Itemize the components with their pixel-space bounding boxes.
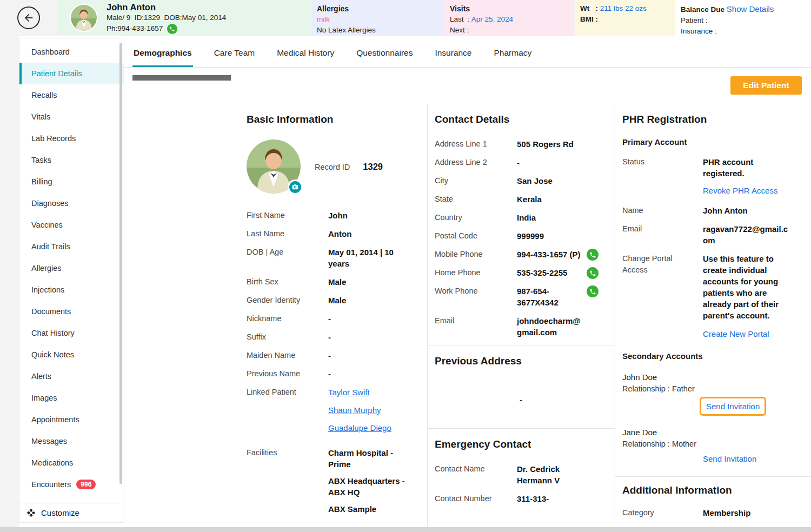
- phr-registration-title: PHR Registration: [622, 114, 803, 125]
- record-id-value: 1329: [363, 162, 383, 172]
- main-content: Demographics Care Team Medical History Q…: [124, 36, 811, 527]
- patient-demographics: Male/ 9 ID:1329 DOB:May 01, 2014: [107, 12, 226, 23]
- sidebar-item-patient-details[interactable]: Patient Details: [19, 63, 124, 84]
- contact-details-panel: Contact Details Address Line 1505 Rogers…: [427, 104, 615, 527]
- basic-information-panel: Basic Information: [240, 104, 427, 527]
- sidebar-item-dashboard[interactable]: Dashboard: [19, 41, 124, 63]
- visits-summary-card: Visits Last : Apr 25, 2024 Next :: [444, 0, 574, 36]
- phone-icon[interactable]: [587, 249, 599, 261]
- sidebar-item-vitals[interactable]: Vitals: [19, 106, 124, 128]
- back-zone: [0, 0, 57, 36]
- category-row: Category Membership: [622, 507, 803, 518]
- allergies-summary-card: Allergies milk No Latex Allergies: [311, 0, 444, 36]
- patient-photo: [247, 139, 301, 194]
- sidebar-item-recalls[interactable]: Recalls: [19, 84, 124, 106]
- section-divider: [428, 428, 615, 429]
- balance-patient-label: Patient :: [681, 15, 806, 26]
- bmi-label: BMI :: [580, 14, 669, 25]
- weight-value[interactable]: 211 lbs 22 ozs: [600, 4, 647, 12]
- balance-insurance-label: Insurance :: [681, 26, 806, 36]
- revoke-phr-access-link[interactable]: Revoke PHR Access: [703, 185, 803, 196]
- field-row: Contact Number311-313-: [435, 493, 607, 504]
- patient-summary-card: John Anton Male/ 9 ID:1329 DOB:May 01, 2…: [58, 0, 311, 36]
- sidebar-item-injections[interactable]: Injections: [19, 279, 124, 301]
- field-row: Maiden Name-: [247, 350, 420, 361]
- create-new-portal-link[interactable]: Create New Portal: [703, 328, 803, 340]
- sidebar-item-encounters[interactable]: Encounters996: [19, 474, 124, 495]
- sidebar-item-appointments[interactable]: Appointments: [19, 409, 124, 430]
- previous-address-value: -: [435, 395, 607, 404]
- window-bottom-edge: [0, 527, 811, 532]
- sidebar-item-images[interactable]: Images: [19, 387, 124, 409]
- previous-address-title: Previous Address: [435, 355, 607, 367]
- sidebar-item-alerts[interactable]: Alerts: [19, 365, 124, 387]
- left-gutter: [0, 36, 19, 532]
- facility-item: Charm Hospital - Prime: [328, 447, 409, 470]
- vitals-summary-card: Wt : 211 lbs 22 ozs BMI :: [575, 0, 675, 36]
- linked-patient-link[interactable]: Shaun Murphy: [328, 404, 409, 416]
- field-row: Previous Name-: [247, 368, 420, 380]
- sidebar-item-lab-records[interactable]: Lab Records: [19, 128, 124, 149]
- allergy-item: milk: [317, 14, 438, 25]
- sidebar-item-chat-history[interactable]: Chat History: [19, 322, 124, 344]
- allergies-title: Allergies: [317, 3, 438, 14]
- edit-patient-button[interactable]: Edit Patient: [730, 76, 802, 95]
- additional-information-title: Additional Information: [622, 484, 803, 496]
- secondary-accounts-heading: Secondary Accounts: [622, 351, 803, 361]
- sidebar-item-billing[interactable]: Billing: [19, 171, 124, 192]
- linked-patient-link[interactable]: Guadalupe Diego: [328, 422, 409, 434]
- field-row: DOB | AgeMay 01, 2014 | 10 years: [247, 247, 420, 269]
- field-row: First NameJohn: [247, 210, 420, 221]
- linked-patient-link[interactable]: Taylor Swift: [328, 387, 409, 398]
- change-portal-row: Change Portal Access Use this feature to…: [622, 253, 803, 321]
- sidebar-item-messages[interactable]: Messages: [19, 430, 124, 452]
- send-invitation-link[interactable]: Send Invitation: [706, 402, 760, 411]
- record-id-label: Record ID: [315, 163, 350, 171]
- phr-registration-panel: PHR Registration Primary Account Status …: [615, 104, 811, 527]
- home-phone-row: Home Phone 535-325-2255: [435, 267, 607, 278]
- field-row: Gender IdentityMale: [247, 295, 420, 306]
- customize-button[interactable]: Customize: [19, 503, 124, 522]
- secondary-account: John Doe Relationship : Father Send Invi…: [622, 371, 803, 416]
- back-button[interactable]: [17, 6, 40, 29]
- sidebar-item-medications[interactable]: Medications: [19, 452, 124, 474]
- sidebar-item-quick-notes[interactable]: Quick Notes: [19, 344, 124, 365]
- patient-summary-header: John Anton Male/ 9 ID:1329 DOB:May 01, 2…: [0, 0, 811, 36]
- phone-icon[interactable]: [587, 285, 599, 297]
- tab-medical-history[interactable]: Medical History: [276, 48, 335, 67]
- phr-name-row: Name John Anton: [622, 205, 803, 216]
- facility-item: ABX Sample: [328, 503, 409, 515]
- phone-icon[interactable]: [167, 24, 177, 34]
- last-visit-date[interactable]: Apr 25, 2024: [471, 15, 513, 23]
- sidebar-scrollbar-thumb[interactable]: [119, 43, 122, 484]
- mobile-phone-row: Mobile Phone 994-433-1657 (P): [435, 249, 607, 260]
- sidebar-item-documents[interactable]: Documents: [19, 301, 124, 322]
- field-row: Nickname-: [247, 313, 420, 324]
- tab-bar: Demographics Care Team Medical History Q…: [124, 36, 811, 68]
- send-invitation-link[interactable]: Send Invitation: [703, 453, 756, 464]
- sidebar: Dashboard Patient Details Recalls Vitals…: [19, 38, 124, 523]
- facilities-row: Facilities Charm Hospital - Prime ABX He…: [247, 447, 420, 520]
- linked-patient-row: Linked Patient Taylor Swift Shaun Murphy…: [247, 387, 420, 440]
- sidebar-item-diagnoses[interactable]: Diagnoses: [19, 192, 124, 214]
- tab-care-team[interactable]: Care Team: [213, 48, 256, 67]
- field-row: Address Line 2-: [435, 157, 607, 168]
- tab-questionnaires[interactable]: Questionnaires: [355, 48, 414, 67]
- phone-icon[interactable]: [587, 267, 599, 279]
- sidebar-item-allergies[interactable]: Allergies: [19, 257, 124, 279]
- field-row: Postal Code999999: [435, 230, 607, 242]
- tab-insurance[interactable]: Insurance: [434, 48, 473, 67]
- sidebar-item-audit-trails[interactable]: Audit Trails: [19, 236, 124, 257]
- phr-status-row: Status PHR account registered.: [622, 156, 803, 179]
- demographics-panels: Basic Information: [240, 104, 811, 527]
- change-photo-button[interactable]: [288, 179, 303, 195]
- field-row: CitySan Jose: [435, 175, 607, 187]
- secondary-account: Jane Doe Relationship : Mother Send Invi…: [622, 427, 803, 464]
- tab-pharmacy[interactable]: Pharmacy: [493, 48, 533, 67]
- show-details-link[interactable]: Show Details: [727, 4, 774, 14]
- field-row: CountryIndia: [435, 212, 607, 223]
- primary-account-heading: Primary Account: [622, 137, 803, 147]
- sidebar-item-tasks[interactable]: Tasks: [19, 149, 124, 171]
- tab-demographics[interactable]: Demographics: [132, 48, 193, 67]
- sidebar-item-vaccines[interactable]: Vaccines: [19, 214, 124, 236]
